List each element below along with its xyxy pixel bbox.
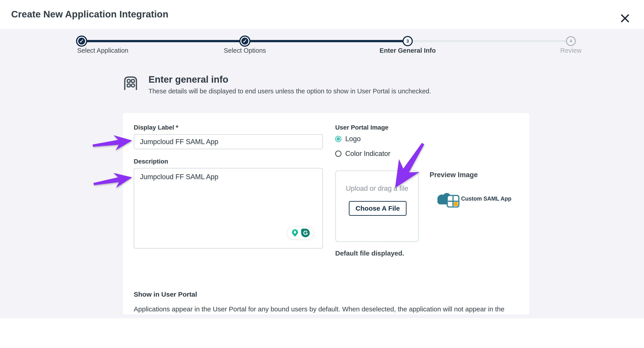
preview-logo-row: Custom SAML App: [435, 190, 512, 207]
file-dropzone[interactable]: Upload or drag a file Choose A File: [335, 171, 419, 242]
general-info-card: Display Label * Description G: [122, 113, 530, 315]
apps-grid-icon: [123, 76, 138, 90]
section-title: Enter general info: [148, 74, 228, 85]
step-3-indicator[interactable]: 3: [402, 36, 413, 46]
grammarly-suggestion-bulb-icon[interactable]: [290, 228, 300, 237]
step-label-select-application[interactable]: Select Application: [77, 47, 171, 54]
modal-footer: Cancel Back Save Application: [0, 318, 644, 348]
radio-logo[interactable]: Logo: [335, 135, 361, 143]
modal-body: ✓ ✓ 3 4 Select Application Select Option…: [0, 29, 644, 318]
section-subtitle: These details will be displayed to end u…: [148, 88, 431, 95]
display-label-input[interactable]: [134, 134, 323, 149]
step-4-indicator: 4: [566, 36, 576, 46]
radio-logo-label: Logo: [345, 135, 361, 143]
modal-header: Create New Application Integration: [0, 0, 644, 29]
upload-hint-text: Upload or drag a file: [336, 184, 418, 192]
choose-file-button[interactable]: Choose A File: [349, 201, 406, 216]
radio-color-indicator[interactable]: Color Indicator: [335, 150, 390, 158]
svg-text:G: G: [303, 229, 308, 236]
step-label-enter-general-info: Enter General Info: [361, 47, 454, 54]
step-label-review: Review: [524, 47, 618, 54]
default-file-note: Default file displayed.: [335, 249, 404, 257]
radio-color-indicator-label: Color Indicator: [345, 150, 390, 158]
step-2-check-icon[interactable]: ✓: [239, 35, 250, 47]
close-icon[interactable]: [618, 12, 632, 25]
show-in-user-portal-label: Show in User Portal: [134, 291, 197, 298]
user-portal-image-label: User Portal Image: [335, 124, 388, 131]
radio-selected-icon[interactable]: [335, 136, 342, 142]
display-label-label: Display Label *: [134, 124, 178, 131]
grammarly-g-logo-icon[interactable]: G: [301, 228, 310, 238]
page-title: Create New Application Integration: [11, 9, 168, 20]
create-application-modal: Create New Application Integration ✓ ✓ 3…: [0, 0, 644, 348]
radio-unselected-icon[interactable]: [335, 151, 342, 157]
preview-image-label: Preview Image: [430, 171, 478, 179]
step-1-check-icon[interactable]: ✓: [76, 35, 87, 47]
grammarly-widget[interactable]: G: [287, 226, 314, 239]
cloud-app-grid-logo-icon: [435, 190, 460, 207]
preview-app-name: Custom SAML App: [461, 195, 512, 202]
stepper-track-upcoming: [408, 40, 571, 42]
show-in-user-portal-description: Applications appear in the User Portal f…: [134, 304, 518, 315]
step-label-select-options[interactable]: Select Options: [198, 47, 292, 54]
description-label: Description: [134, 158, 168, 165]
